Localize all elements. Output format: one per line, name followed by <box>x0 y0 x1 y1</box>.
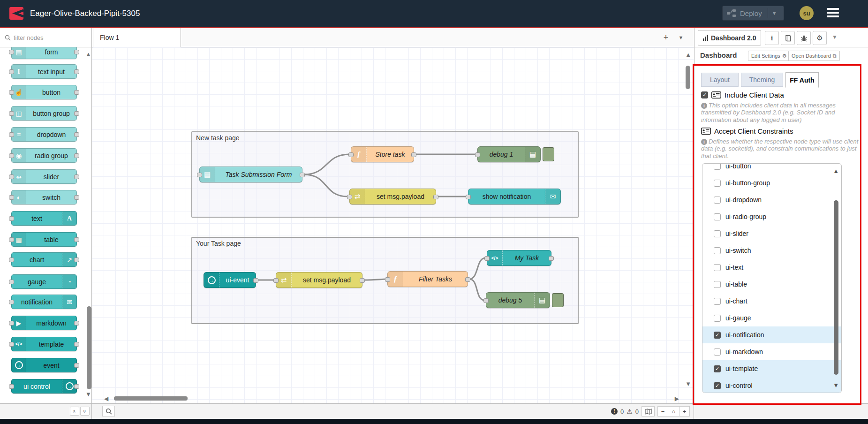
main-menu-button[interactable] <box>827 8 839 18</box>
node-port[interactable] <box>9 384 14 389</box>
canvas-scroll-down-icon[interactable]: ▼ <box>685 380 691 387</box>
node-port[interactable] <box>465 277 470 282</box>
node-port[interactable] <box>385 277 390 282</box>
list-item-ui-button-group[interactable]: ui-button-group <box>702 174 841 191</box>
checkbox[interactable] <box>714 213 721 220</box>
checkbox[interactable] <box>714 230 721 237</box>
checkbox[interactable] <box>714 281 721 288</box>
tab-layout[interactable]: Layout <box>701 73 739 87</box>
checkbox[interactable] <box>714 180 721 187</box>
checkbox[interactable] <box>714 315 721 322</box>
palette-scrollbar[interactable] <box>87 306 91 389</box>
node-port[interactable] <box>197 173 202 177</box>
debug-toggle-button[interactable] <box>552 293 564 307</box>
wire[interactable] <box>304 174 348 197</box>
sidebar-menu-caret-icon[interactable]: ▼ <box>832 34 838 40</box>
zoom-reset-button[interactable]: ○ <box>668 406 679 416</box>
node-port[interactable] <box>9 111 14 116</box>
palette-node-button[interactable]: ☝button <box>11 85 77 99</box>
palette-node-text[interactable]: Atext <box>11 211 77 226</box>
palette-node-ui-control[interactable]: →ui control <box>11 379 77 394</box>
open-dashboard-button[interactable]: Open Dashboard ⧉ <box>788 51 840 61</box>
node-port[interactable] <box>9 342 14 347</box>
node-port[interactable] <box>74 132 79 137</box>
help-book-button[interactable] <box>781 31 795 45</box>
node-port[interactable] <box>483 298 489 303</box>
wire[interactable] <box>364 279 386 280</box>
node-port[interactable] <box>273 278 279 283</box>
palette-node-template[interactable]: </>template <box>11 337 77 351</box>
node-port[interactable] <box>74 384 79 389</box>
tab-dashboard-2[interactable]: Dashboard 2.0 <box>698 30 761 45</box>
node-set-msg-payload-1[interactable]: ⇄ set msg.payload <box>349 189 436 204</box>
node-port[interactable] <box>74 195 79 200</box>
navigator-toggle-button[interactable] <box>642 406 655 416</box>
node-port[interactable] <box>74 363 79 368</box>
list-item-ui-table[interactable]: ui-table <box>702 276 841 293</box>
checkbox[interactable] <box>714 163 721 170</box>
palette-node-form[interactable]: ▤form <box>11 47 77 59</box>
zoom-out-button[interactable]: − <box>657 406 668 416</box>
user-avatar[interactable]: su <box>800 6 814 20</box>
node-my-task[interactable]: </> My Task <box>487 250 551 266</box>
node-port[interactable] <box>74 342 79 347</box>
node-port[interactable] <box>9 90 14 95</box>
node-port[interactable] <box>348 152 354 157</box>
edit-settings-button[interactable]: Edit Settings ⚙ <box>748 51 790 61</box>
node-port[interactable] <box>9 280 14 284</box>
node-debug-1[interactable]: ▤ debug 1 <box>477 146 541 162</box>
checkbox[interactable] <box>714 382 721 389</box>
node-port[interactable] <box>300 173 305 177</box>
node-port[interactable] <box>9 153 14 158</box>
list-item-ui-switch[interactable]: ui-switch <box>702 242 841 259</box>
deploy-caret-icon[interactable]: ▼ <box>772 10 777 16</box>
node-port[interactable] <box>9 174 14 179</box>
list-item-ui-dropdown[interactable]: ui-dropdown <box>702 191 841 208</box>
palette-scroll-up-icon[interactable]: ▲ <box>85 51 91 58</box>
node-debug-5[interactable]: ▤ debug 5 <box>486 292 550 308</box>
palette-collapse-up-button[interactable]: « <box>70 407 79 416</box>
node-port[interactable] <box>74 321 79 326</box>
node-port[interactable] <box>411 152 416 157</box>
include-client-data-checkbox[interactable] <box>701 91 708 98</box>
palette-node-dropdown[interactable]: ≡dropdown <box>11 127 77 142</box>
palette-search[interactable]: filter nodes <box>0 28 92 47</box>
node-port[interactable] <box>347 195 352 199</box>
list-item-ui-slider[interactable]: ui-slider <box>702 225 841 242</box>
palette-node-switch[interactable]: ◐switch <box>11 190 77 204</box>
palette-node-event[interactable]: →event <box>11 358 77 372</box>
config-gear-button[interactable]: ⚙ <box>813 31 827 45</box>
palette-node-radio-group[interactable]: ◉radio group <box>11 148 77 163</box>
tab-theming[interactable]: Theming <box>741 73 783 87</box>
list-item-ui-chart[interactable]: ui-chart <box>702 293 841 310</box>
node-port[interactable] <box>74 50 79 54</box>
node-store-task[interactable]: ƒ Store task <box>351 146 414 162</box>
palette-node-table[interactable]: ▦table <box>11 232 77 247</box>
deploy-button[interactable]: Deploy ▼ <box>722 6 784 21</box>
node-ui-event[interactable]: → ui-event <box>204 272 256 288</box>
palette-node-slider[interactable]: ⇹slider <box>11 169 77 184</box>
node-port[interactable] <box>466 195 471 199</box>
canvas-horizontal-scrollbar[interactable] <box>114 396 188 401</box>
tab-ff-auth[interactable]: FF Auth <box>785 72 819 88</box>
checkbox[interactable] <box>714 264 721 271</box>
node-port[interactable] <box>9 257 14 262</box>
node-port[interactable] <box>9 50 14 54</box>
flow-canvas[interactable]: New task page Your Task page ▤ <box>92 47 694 403</box>
node-port[interactable] <box>74 69 79 74</box>
node-task-submission-form[interactable]: ▤ Task Submission Form <box>199 167 302 182</box>
tab-flow-1[interactable]: Flow 1 <box>93 28 181 47</box>
list-item-ui-button[interactable]: ui-button <box>702 163 841 174</box>
list-scroll-down-icon[interactable]: ▼ <box>833 382 839 389</box>
node-port[interactable] <box>74 237 79 242</box>
flow-list-caret-icon[interactable]: ▼ <box>676 33 686 42</box>
node-port[interactable] <box>9 216 14 221</box>
node-port[interactable] <box>484 256 490 261</box>
wire[interactable] <box>469 279 484 300</box>
list-item-ui-markdown[interactable]: ui-markdown <box>702 343 841 360</box>
canvas-vertical-scrollbar[interactable] <box>686 66 690 89</box>
canvas-scroll-right-icon[interactable]: ▶ <box>675 395 679 402</box>
checkbox[interactable] <box>714 332 721 339</box>
checkbox[interactable] <box>714 197 721 204</box>
list-item-ui-template[interactable]: ui-template <box>702 360 841 377</box>
